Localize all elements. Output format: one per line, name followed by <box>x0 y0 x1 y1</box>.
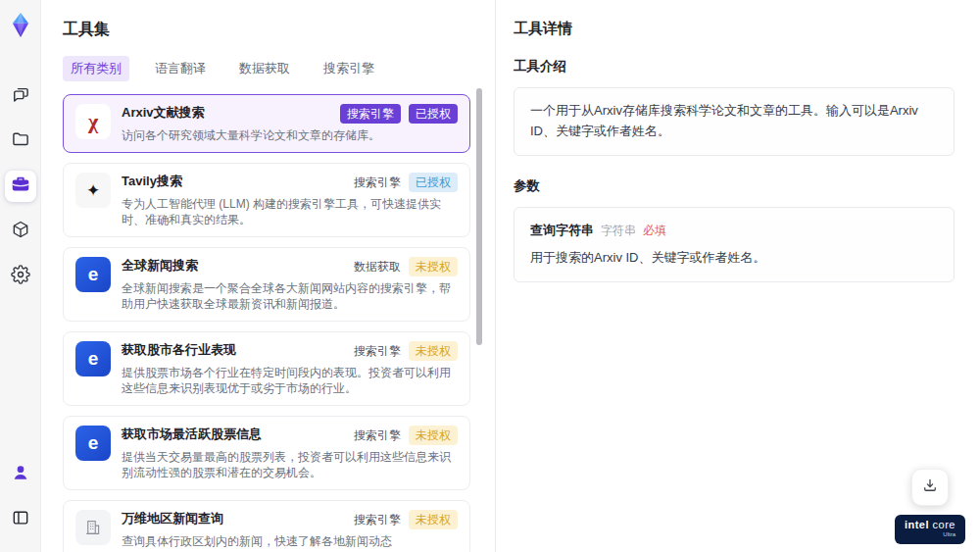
chat-icon <box>11 84 30 108</box>
param-type: 字符串 <box>601 222 636 240</box>
tab-1[interactable]: 语言翻译 <box>147 56 214 81</box>
tool-desc: 全球新闻搜索是一个聚合全球各大新闻网站内容的搜索引擎，帮助用户快速获取全球最新资… <box>122 280 458 312</box>
param-box: 查询字符串 字符串 必填 用于搜索的Arxiv ID、关键字或作者姓名。 <box>514 207 955 283</box>
brand-text: intel core <box>905 519 956 531</box>
download-icon <box>921 477 939 498</box>
avatar-icon <box>11 463 30 486</box>
cube-icon <box>11 220 30 243</box>
arxiv-logo-icon: χ <box>75 104 111 139</box>
tab-0[interactable]: 所有类别 <box>63 56 129 81</box>
tool-name: 获取股市各行业表现 <box>122 341 236 359</box>
brand-sub-text: Ultra <box>905 531 956 538</box>
category-badge: 搜索引擎 <box>354 173 401 192</box>
sparkle-icon: ✦ <box>75 173 111 208</box>
tool-card[interactable]: e全球新闻搜索数据获取未授权全球新闻搜索是一个聚合全球各大新闻网站内容的搜索引擎… <box>63 247 470 322</box>
category-badge: 搜索引擎 <box>354 341 401 361</box>
tool-card[interactable]: 万维地区新闻查询搜索引擎未授权查询具体行政区划内的新闻，快速了解各地新闻动态 <box>63 500 470 552</box>
download-button[interactable] <box>911 469 949 506</box>
tool-card[interactable]: e获取股市各行业表现搜索引擎未授权提供股票市场各个行业在特定时间段内的表现。投资… <box>63 331 470 406</box>
nav-cube-button[interactable] <box>5 216 36 247</box>
tool-name: 万维地区新闻查询 <box>122 510 223 527</box>
tools-panel: 工具集 所有类别语言翻译数据获取搜索引擎 χArxiv文献搜索搜索引擎已授权访问… <box>41 0 495 552</box>
news-app-icon: e <box>75 257 111 292</box>
tool-desc: 专为人工智能代理 (LLM) 构建的搜索引擎工具，可快速提供实时、准确和真实的结… <box>122 196 458 227</box>
intro-heading: 工具介绍 <box>514 58 955 75</box>
intro-box: 一个用于从Arxiv存储库搜索科学论文和文章的工具。输入可以是Arxiv ID、… <box>514 87 955 156</box>
status-badge: 未授权 <box>409 341 458 361</box>
tool-name: 全球新闻搜索 <box>122 257 198 275</box>
tool-desc: 提供股票市场各个行业在特定时间段内的表现。投资者可以利用这些信息来识别表现优于或… <box>122 365 458 396</box>
tool-desc: 提供当天交易量最高的股票列表，投资者可以利用这些信息来识别流动性强的股票和潜在的… <box>122 449 458 480</box>
status-badge: 已授权 <box>409 104 458 124</box>
param-desc: 用于搜索的Arxiv ID、关键字或作者姓名。 <box>530 248 938 269</box>
status-badge: 已授权 <box>409 173 458 192</box>
floating-corner: intel core Ultra <box>895 469 965 544</box>
param-required-badge: 必填 <box>643 222 666 240</box>
app-window: 工具集 所有类别语言翻译数据获取搜索引擎 χArxiv文献搜索搜索引擎已授权访问… <box>0 0 980 552</box>
status-badge: 未授权 <box>409 257 458 276</box>
toolbox-icon <box>10 174 31 199</box>
tool-name: 获取市场最活跃股票信息 <box>122 426 262 443</box>
building-icon <box>75 510 111 545</box>
tab-2[interactable]: 数据获取 <box>231 56 298 81</box>
tool-desc: 查询具体行政区划内的新闻，快速了解各地新闻动态 <box>122 533 458 549</box>
category-tabs: 所有类别语言翻译数据获取搜索引擎 <box>63 56 470 81</box>
tool-name: Arxiv文献搜索 <box>122 104 205 122</box>
tool-name: Tavily搜索 <box>122 173 182 190</box>
folder-icon <box>11 129 30 153</box>
collapse-panel-icon <box>11 508 30 531</box>
tool-list: χArxiv文献搜索搜索引擎已授权访问各个研究领域大量科学论文和文章的存储库。✦… <box>63 94 470 552</box>
page-title: 工具集 <box>63 20 470 40</box>
news-app-icon: e <box>75 426 111 461</box>
category-badge: 搜索引擎 <box>340 104 401 124</box>
tool-desc: 访问各个研究领域大量科学论文和文章的存储库。 <box>122 127 458 143</box>
nav-avatar-button[interactable] <box>5 459 36 490</box>
detail-title: 工具详情 <box>514 20 955 38</box>
intel-core-badge: intel core Ultra <box>895 515 965 544</box>
nav-chat-button[interactable] <box>5 80 36 112</box>
category-badge: 数据获取 <box>354 257 401 276</box>
tool-card[interactable]: χArxiv文献搜索搜索引擎已授权访问各个研究领域大量科学论文和文章的存储库。 <box>63 94 470 153</box>
nav-toolbox-button[interactable] <box>5 171 36 202</box>
nav-rail <box>0 0 41 552</box>
scrollbar[interactable] <box>476 88 482 546</box>
nav-settings-button[interactable] <box>5 261 36 292</box>
scrollbar-thumb[interactable] <box>476 88 482 345</box>
status-badge: 未授权 <box>409 426 458 445</box>
gem-logo-icon <box>10 12 31 42</box>
settings-icon <box>11 265 30 288</box>
category-badge: 搜索引擎 <box>354 510 401 529</box>
tool-card[interactable]: e获取市场最活跃股票信息搜索引擎未授权提供当天交易量最高的股票列表，投资者可以利… <box>63 416 470 490</box>
params-heading: 参数 <box>514 177 955 195</box>
tool-card[interactable]: ✦Tavily搜索搜索引擎已授权专为人工智能代理 (LLM) 构建的搜索引擎工具… <box>63 163 470 237</box>
tab-3[interactable]: 搜索引擎 <box>316 56 382 81</box>
nav-collapse-button[interactable] <box>5 504 36 535</box>
news-app-icon: e <box>75 341 111 376</box>
category-badge: 搜索引擎 <box>354 426 401 445</box>
nav-folder-button[interactable] <box>5 125 36 157</box>
status-badge: 未授权 <box>409 510 458 529</box>
param-name: 查询字符串 <box>530 221 594 241</box>
